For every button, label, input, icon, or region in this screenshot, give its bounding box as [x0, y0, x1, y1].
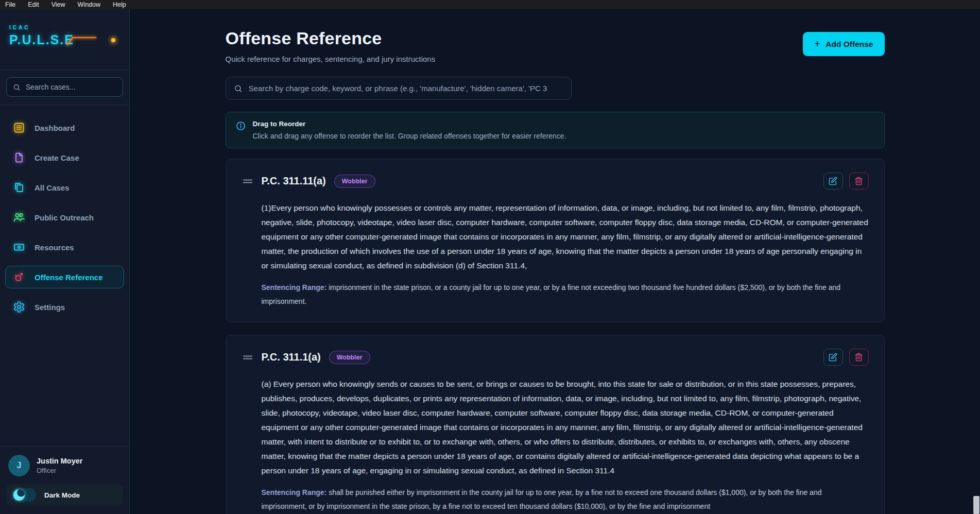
offense-card[interactable]: P.C. 311.11(a) Wobbler	[226, 159, 885, 322]
dashboard-grid-icon	[13, 122, 25, 134]
offense-card[interactable]: P.C. 311.1(a) Wobbler	[226, 335, 885, 514]
sentencing-label: Sentencing Range:	[262, 283, 327, 292]
plus-icon: +	[814, 38, 820, 49]
cases-copy-icon	[13, 181, 25, 194]
offense-code: P.C. 311.11(a)	[262, 175, 326, 187]
dark-mode-toggle-row[interactable]: Dark Mode	[6, 484, 123, 506]
user-profile[interactable]: J Justin Moyer Officer	[6, 454, 123, 477]
moon-icon	[13, 489, 25, 501]
app-logo: ICAC P.U.L.S.E	[0, 9, 129, 70]
sidebar-item-settings[interactable]: Settings	[5, 296, 124, 318]
sidebar-item-create-case[interactable]: Create Case	[5, 146, 124, 169]
edit-offense-button[interactable]	[823, 173, 843, 190]
offense-search-input[interactable]	[249, 84, 563, 93]
sidebar-search-input[interactable]	[26, 83, 116, 91]
menu-window[interactable]: Window	[78, 1, 100, 8]
logo-name-text: P.U.L.S.E	[9, 32, 74, 47]
offense-reference-icon	[13, 271, 25, 283]
sidebar-item-public-outreach[interactable]: Public Outreach	[5, 206, 124, 229]
file-icon	[13, 151, 25, 164]
sidebar: ICAC P.U.L.S.E	[0, 9, 130, 514]
sidebar-search[interactable]	[6, 77, 123, 97]
sidebar-nav: Dashboard Create Case All Cases	[0, 105, 129, 446]
offense-code: P.C. 311.1(a)	[262, 351, 321, 363]
sentencing-range: Sentencing Range: shall be punished eith…	[262, 486, 869, 513]
delete-offense-button[interactable]	[849, 173, 869, 190]
sentencing-text: imprisonment in the state prison, or a c…	[262, 283, 841, 305]
users-icon	[13, 211, 25, 224]
app-window: ICAC P.U.L.S.E	[0, 9, 980, 514]
edit-offense-button[interactable]	[823, 349, 843, 366]
sidebar-item-label: Offense Reference	[35, 273, 103, 282]
banner-text: Click and drag any offense to reorder th…	[253, 132, 566, 140]
page-subtitle: Quick reference for charges, sentencing,…	[226, 55, 436, 63]
logo-org-text: ICAC	[9, 25, 120, 30]
sidebar-item-label: Create Case	[35, 153, 79, 162]
dark-mode-switch[interactable]	[12, 488, 36, 502]
sidebar-item-label: Dashboard	[35, 124, 75, 132]
user-name: Justin Moyer	[37, 457, 82, 465]
add-offense-button[interactable]: + Add Offense	[803, 32, 884, 56]
sentencing-range: Sentencing Range: imprisonment in the st…	[262, 281, 869, 309]
wobbler-badge: Wobbler	[334, 175, 375, 188]
offense-text: (a) Every person who knowingly sends or …	[262, 377, 869, 478]
sidebar-item-label: Public Outreach	[35, 213, 94, 222]
trash-icon	[854, 177, 863, 185]
page-title: Offense Reference	[226, 28, 436, 48]
banknote-icon	[13, 241, 25, 253]
drag-handle-icon[interactable]	[242, 351, 254, 364]
sidebar-item-dashboard[interactable]: Dashboard	[5, 116, 124, 139]
avatar: J	[8, 455, 30, 476]
scrollbar-thumb[interactable]	[973, 496, 979, 514]
wobbler-badge: Wobbler	[329, 351, 370, 364]
search-icon	[13, 83, 21, 92]
delete-offense-button[interactable]	[849, 349, 869, 366]
search-icon	[234, 84, 243, 93]
sidebar-item-all-cases[interactable]: All Cases	[5, 176, 124, 199]
menu-edit[interactable]: Edit	[28, 1, 39, 8]
menu-view[interactable]: View	[51, 1, 65, 8]
offense-search[interactable]	[226, 77, 572, 100]
sidebar-item-offense-reference[interactable]: Offense Reference	[5, 266, 124, 288]
pulse-dot-icon	[111, 38, 115, 42]
pulse-line-icon	[67, 33, 98, 47]
trash-icon	[854, 353, 863, 362]
menu-help[interactable]: Help	[113, 1, 126, 8]
dark-mode-label: Dark Mode	[44, 491, 80, 499]
window-menubar: File Edit View Window Help	[0, 0, 980, 9]
sidebar-item-label: Settings	[35, 303, 65, 312]
sidebar-item-resources[interactable]: Resources	[5, 236, 124, 259]
add-offense-label: Add Offense	[826, 40, 873, 49]
main-content: Offense Reference Quick reference for ch…	[130, 9, 980, 514]
user-role: Officer	[37, 467, 82, 474]
drag-reorder-banner: Drag to Reorder Click and drag any offen…	[226, 112, 885, 148]
sidebar-footer: J Justin Moyer Officer Dark Mode	[0, 446, 129, 514]
offense-text: (1)Every person who knowingly possesses …	[262, 201, 869, 273]
gear-icon	[13, 301, 25, 313]
menu-file[interactable]: File	[5, 1, 15, 8]
sentencing-label: Sentencing Range:	[262, 488, 327, 496]
sidebar-item-label: Resources	[35, 243, 74, 252]
info-icon	[236, 121, 246, 131]
sentencing-text: shall be punished either by imprisonment…	[262, 488, 822, 510]
drag-handle-icon[interactable]	[242, 175, 254, 187]
edit-icon	[829, 177, 837, 185]
sidebar-item-label: All Cases	[35, 183, 70, 192]
edit-icon	[829, 353, 837, 362]
banner-title: Drag to Reorder	[253, 120, 566, 128]
